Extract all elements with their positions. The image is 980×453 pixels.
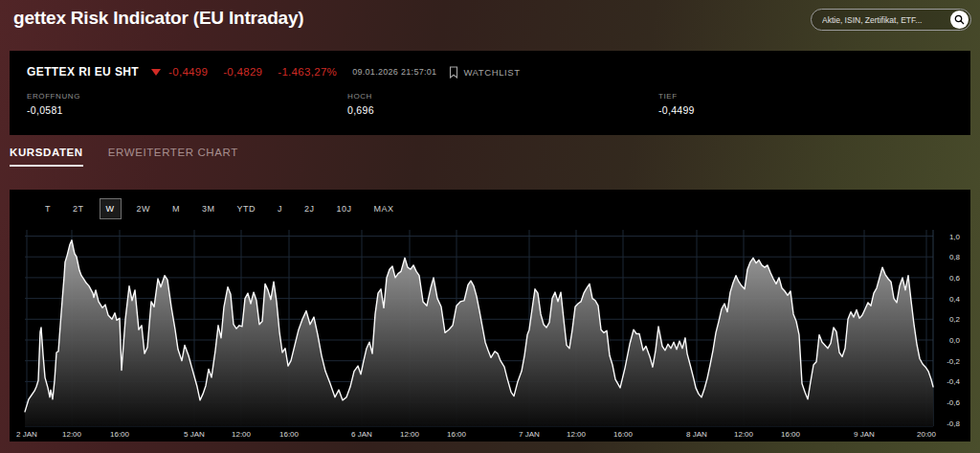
change-absolute: -0,4829 [223,66,262,78]
x-axis-tick-label: 16:00 [781,430,801,439]
x-axis-tick-label: 16:00 [110,430,130,439]
x-axis-tick-label: 12:00 [232,430,252,439]
y-axis-tick-label: 0,2 [949,315,961,324]
tab-kursdaten[interactable]: KURSDATEN [10,147,83,167]
x-axis-tick-label: 7 JAN [519,430,540,439]
bookmark-icon [449,66,458,79]
stat-high-value: 0,696 [347,104,374,116]
change-percent: -1.463,27% [278,66,337,78]
search-icon [954,14,965,25]
stat-high: HOCH 0,696 [347,92,374,116]
triangle-down-icon [151,69,161,76]
x-axis-tick-label: 5 JAN [184,430,205,439]
x-axis-tick-label: 16:00 [447,430,467,439]
quote-timestamp: 09.01.2026 21:57:01 [352,67,436,77]
range-button-w[interactable]: W [100,198,122,219]
search-input[interactable] [812,10,950,30]
x-axis-tick-label: 20:00 [917,430,937,439]
section-tabs: KURSDATENERWEITERTER CHART [10,147,238,167]
x-axis-tick-label: 8 JAN [686,430,707,439]
watchlist-label: WATCHLIST [463,67,520,78]
x-axis-tick-label: 12:00 [400,430,420,439]
stat-open-value: -0,0581 [27,104,80,116]
range-button-t[interactable]: T [38,198,57,219]
range-button-m[interactable]: M [166,198,187,219]
page: gettex Risk Indicator (EU Intraday) GETT… [0,0,980,453]
range-button-10j[interactable]: 10J [330,198,359,219]
y-axis-tick-label: -0,4 [947,377,960,386]
stat-low-label: TIEF [658,92,695,101]
stat-open: ERÖFFNUNG -0,0581 [27,92,80,116]
range-button-ytd[interactable]: YTD [231,198,263,219]
x-axis-tick-label: 12:00 [62,430,82,439]
x-axis-tick-label: 16:00 [613,430,634,439]
y-axis-tick-label: 0,6 [949,274,961,283]
stat-high-label: HOCH [347,92,374,101]
y-axis-tick-label: 1,0 [949,233,961,241]
y-axis-tick-label: -0,6 [947,398,960,407]
range-button-2t[interactable]: 2T [66,198,91,219]
x-axis-tick-label: 6 JAN [351,430,372,439]
instrument-name: GETTEX RI EU SHT [27,65,139,79]
y-axis-tick-label: -0,8 [947,419,960,428]
stat-low: TIEF -0,4499 [658,92,695,116]
watchlist-button[interactable]: WATCHLIST [449,66,520,79]
range-button-j[interactable]: J [271,198,289,219]
y-axis-tick-label: 0,4 [949,295,961,304]
stat-low-value: -0,4499 [658,104,695,116]
last-price: -0,4499 [168,66,208,78]
stat-open-label: ERÖFFNUNG [27,92,80,101]
range-button-max[interactable]: MAX [368,198,401,219]
y-axis-tick-label: -0,2 [947,357,960,366]
range-button-2w[interactable]: 2W [130,198,158,219]
y-axis-tick-label: 0,8 [949,253,961,261]
instrument-panel: GETTEX RI EU SHT -0,4499 -0,4829 -1.463,… [10,51,970,135]
price-chart: 1,00,80,60,40,20,0-0,2-0,4-0,6-0,82 JAN1… [10,190,970,442]
chart-area-fill [25,240,933,426]
x-axis-tick-label: 16:00 [279,430,300,439]
range-button-2j[interactable]: 2J [298,198,322,219]
page-title: gettex Risk Indicator (EU Intraday) [13,8,303,29]
chart-panel: T2TW2WM3MYTDJ2J10JMAX 1,00,80,60,40,20,0… [10,190,970,442]
tab-erweiterter-chart[interactable]: ERWEITERTER CHART [108,147,238,167]
range-selector: T2TW2WM3MYTDJ2J10JMAX [38,198,401,219]
search-box[interactable] [811,9,971,31]
x-axis-tick-label: 12:00 [567,430,587,439]
search-button[interactable] [950,11,969,29]
x-axis-tick-label: 12:00 [734,430,754,439]
x-axis-tick-label: 2 JAN [16,430,37,439]
x-axis-tick-label: 9 JAN [854,430,875,439]
range-button-3m[interactable]: 3M [195,198,222,219]
ticker-row: GETTEX RI EU SHT -0,4499 -0,4829 -1.463,… [27,65,521,79]
y-axis-tick-label: 0,0 [949,336,961,345]
